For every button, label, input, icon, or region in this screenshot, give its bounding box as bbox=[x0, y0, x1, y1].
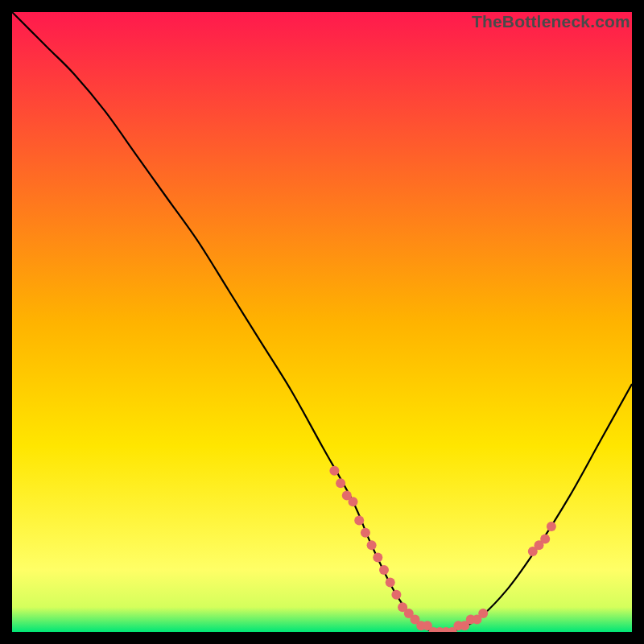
curve-marker bbox=[367, 540, 377, 550]
curve-marker bbox=[391, 590, 401, 600]
curve-marker bbox=[540, 535, 550, 544]
curve-marker bbox=[547, 522, 556, 531]
curve-marker bbox=[329, 466, 339, 476]
chart-background bbox=[12, 12, 632, 632]
curve-marker bbox=[373, 553, 382, 563]
curve-marker bbox=[354, 515, 364, 525]
chart-frame: TheBottleneck.com bbox=[12, 12, 632, 632]
curve-marker bbox=[349, 497, 358, 506]
curve-marker bbox=[478, 609, 488, 618]
chart-svg bbox=[12, 12, 632, 632]
curve-marker bbox=[336, 478, 345, 488]
curve-marker bbox=[361, 528, 370, 538]
watermark-text: TheBottleneck.com bbox=[472, 12, 630, 31]
curve-marker bbox=[386, 577, 395, 587]
curve-marker bbox=[379, 565, 389, 575]
